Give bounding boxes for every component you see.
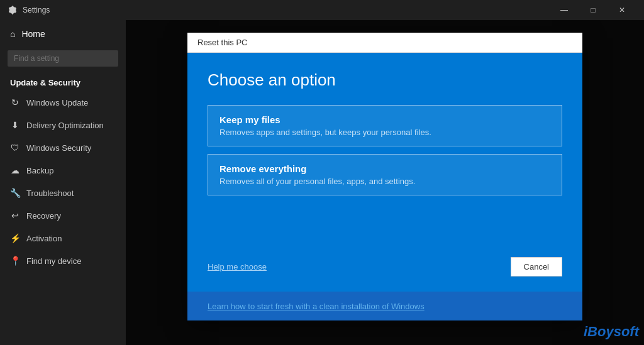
watermark: iBoysoft: [584, 324, 639, 340]
sidebar-item-label-windows-update: Windows Update: [26, 98, 88, 107]
modal-titlebar: Reset this PC: [187, 33, 582, 53]
keep-files-title: Keep my files: [219, 114, 550, 125]
modal-title-label: Reset this PC: [197, 38, 247, 47]
help-link[interactable]: Help me choose: [208, 262, 267, 271]
window-title: Settings: [23, 6, 550, 14]
activation-icon: ⚡: [10, 233, 20, 243]
recovery-icon: ↩: [10, 211, 20, 221]
home-icon: ⌂: [10, 29, 15, 39]
section-title: Update & Security: [0, 73, 126, 91]
sidebar-item-label-troubleshoot: Troubleshoot: [26, 189, 74, 198]
reset-modal: Reset this PC Choose an option Keep my f…: [187, 33, 582, 320]
windows-security-icon: 🛡: [10, 143, 20, 153]
sidebar-item-find-my-device[interactable]: 📍 Find my device: [0, 249, 126, 272]
bottom-link[interactable]: Learn how to start fresh with a clean in…: [208, 302, 425, 311]
window-controls: — □ ✕: [550, 0, 636, 20]
delivery-optimization-icon: ⬇: [10, 120, 20, 130]
remove-everything-desc: Removes all of your personal files, apps…: [219, 177, 550, 186]
search-input[interactable]: [8, 50, 118, 67]
sidebar-item-recovery[interactable]: ↩ Recovery: [0, 204, 126, 227]
backup-icon: ☁: [10, 165, 20, 175]
sidebar: ⌂ Home Update & Security ↻ Windows Updat…: [0, 20, 126, 345]
sidebar-item-label-backup: Backup: [26, 166, 53, 175]
sidebar-item-label-delivery-optimization: Delivery Optimization: [26, 121, 104, 130]
sidebar-item-windows-security[interactable]: 🛡 Windows Security: [0, 136, 126, 159]
keep-files-desc: Removes apps and settings, but keeps you…: [219, 128, 550, 137]
bottom-area: Learn how to start fresh with a clean in…: [187, 292, 582, 320]
settings-icon: [8, 5, 18, 15]
cancel-button[interactable]: Cancel: [511, 257, 562, 277]
sidebar-item-activation[interactable]: ⚡ Activation: [0, 227, 126, 249]
modal-body: Choose an option Keep my files Removes a…: [187, 53, 582, 292]
modal-heading: Choose an option: [208, 70, 562, 90]
sidebar-item-troubleshoot[interactable]: 🔧 Troubleshoot: [0, 182, 126, 204]
sidebar-item-label-activation: Activation: [26, 234, 62, 243]
remove-everything-title: Remove everything: [219, 163, 550, 174]
sidebar-item-label-find-my-device: Find my device: [26, 256, 81, 266]
modal-footer: Help me choose Cancel: [208, 244, 562, 277]
sidebar-item-label-recovery: Recovery: [26, 211, 61, 221]
maximize-button[interactable]: □: [579, 0, 608, 20]
keep-files-option[interactable]: Keep my files Removes apps and settings,…: [208, 105, 562, 146]
sidebar-item-backup[interactable]: ☁ Backup: [0, 159, 126, 182]
troubleshoot-icon: 🔧: [10, 188, 20, 198]
remove-everything-option[interactable]: Remove everything Removes all of your pe…: [208, 154, 562, 195]
sidebar-home[interactable]: ⌂ Home: [0, 20, 126, 48]
titlebar: Settings — □ ✕: [0, 0, 644, 20]
home-label: Home: [21, 29, 45, 39]
sidebar-item-delivery-optimization[interactable]: ⬇ Delivery Optimization: [0, 114, 126, 136]
modal-overlay: Reset this PC Choose an option Keep my f…: [126, 20, 644, 345]
right-panel: Reset this PC Choose an option Keep my f…: [126, 20, 644, 345]
sidebar-item-windows-update[interactable]: ↻ Windows Update: [0, 91, 126, 114]
find-my-device-icon: 📍: [10, 256, 20, 266]
sidebar-item-label-windows-security: Windows Security: [26, 143, 91, 153]
close-button[interactable]: ✕: [608, 0, 636, 20]
windows-update-icon: ↻: [10, 97, 20, 107]
main-content: ⌂ Home Update & Security ↻ Windows Updat…: [0, 20, 644, 345]
minimize-button[interactable]: —: [550, 0, 579, 20]
